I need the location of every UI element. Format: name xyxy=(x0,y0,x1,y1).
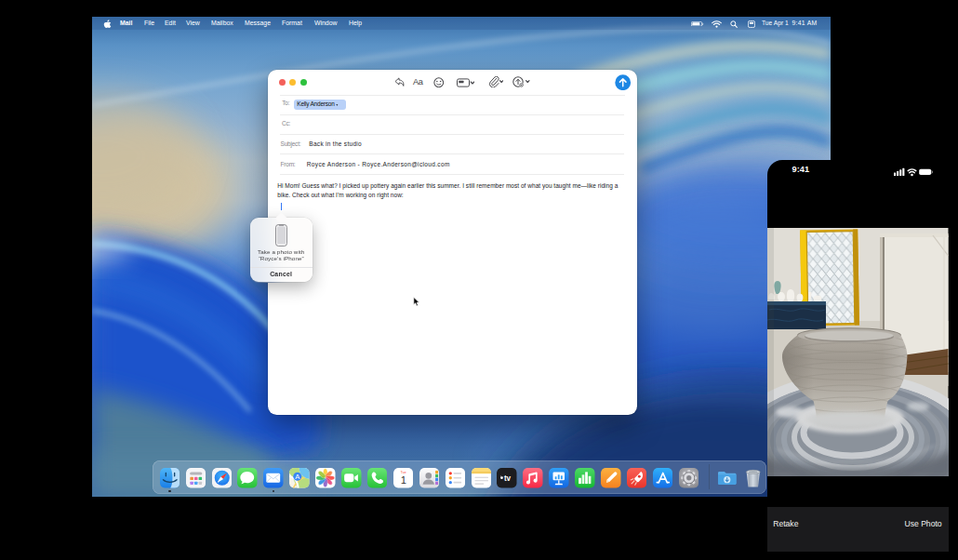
svg-text:1: 1 xyxy=(400,474,406,486)
svg-text:tv: tv xyxy=(504,474,512,483)
